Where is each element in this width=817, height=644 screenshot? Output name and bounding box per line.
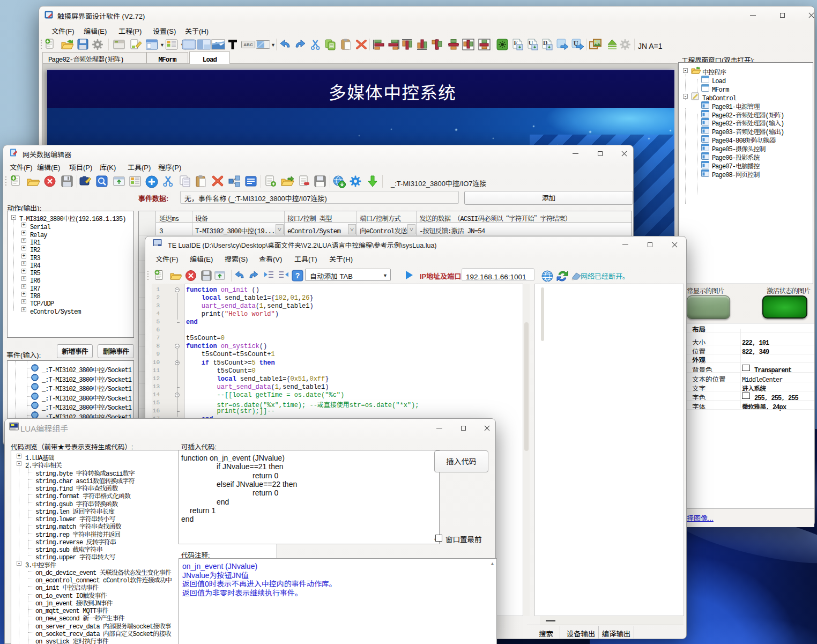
svg-text:?: ? <box>295 271 300 280</box>
svg-text:ABC: ABC <box>243 42 253 47</box>
